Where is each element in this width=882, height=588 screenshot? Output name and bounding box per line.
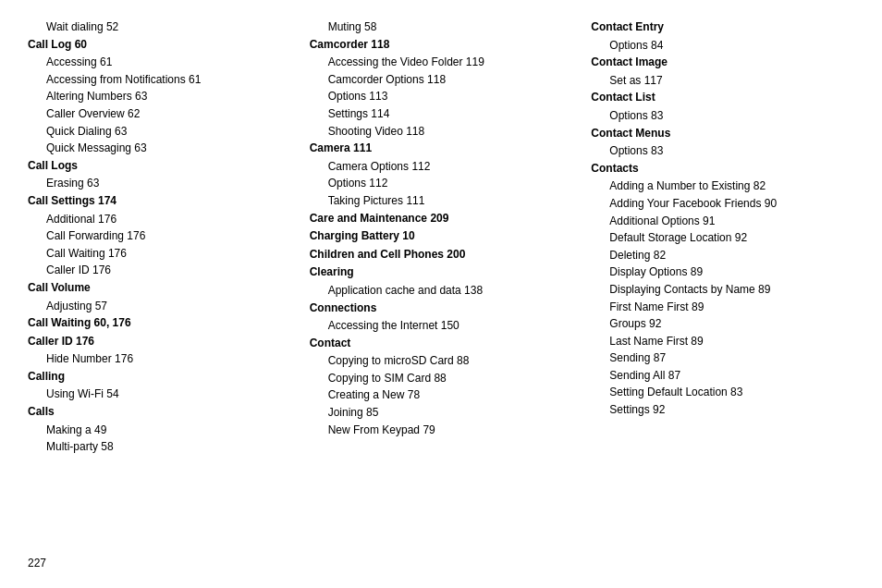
index-entry-text: New From Keypad 79 [328,423,435,436]
list-item: Quick Dialing 63 [28,123,291,141]
index-entry-text: Caller ID 176 [46,263,111,276]
list-item: Options 84 [591,37,854,55]
index-entry-text: Copying to microSD Card 88 [328,354,470,367]
list-item: Quick Messaging 63 [28,140,291,157]
index-entry-text: Connections [310,301,377,314]
index-entry-text: Children and Cell Phones 200 [310,248,466,261]
list-item: Default Storage Location 92 [591,229,854,247]
index-entry-text: Options 84 [609,39,663,52]
list-item: Care and Maintenance 209 [310,210,573,227]
index-entry-text: Wait dialing 52 [46,20,118,33]
list-item: Altering Numbers 63 [28,88,291,105]
index-entry-text: Caller Overview 62 [46,107,140,120]
list-item: Last Name First 89 [591,333,854,350]
list-item: Options 113 [310,88,573,105]
list-item: Setting Default Location 83 [591,384,854,401]
index-entry-text: Last Name First 89 [609,335,703,348]
index-entry-text: Accessing 61 [46,55,112,68]
index-entry-text: Call Logs [28,159,78,172]
list-item: Sending All 87 [591,367,854,385]
list-item: Accessing the Internet 150 [310,317,573,335]
index-entry-text: Taking Pictures 111 [328,194,425,207]
list-item: Joining 85 [310,404,573,422]
index-entry-text: Contact Image [591,55,668,68]
index-entry-text: Contact Entry [591,20,664,33]
index-entry-text: Displaying Contacts by Name 89 [609,283,770,296]
list-item: Children and Cell Phones 200 [310,246,573,263]
index-entry-text: Clearing [310,265,354,278]
index-entry-text: Options 113 [328,90,388,103]
column-2: Muting 58Camcorder 118Accessing the Vide… [310,18,592,456]
index-entry-text: Accessing the Internet 150 [328,319,459,332]
index-entry-text: Call Forwarding 176 [46,229,145,242]
index-entry-text: Additional Options 91 [609,214,715,227]
index-entry-text: Quick Messaging 63 [46,141,147,154]
list-item: Shooting Video 118 [310,123,573,141]
index-entry-text: Shooting Video 118 [328,125,425,138]
list-item: Call Log 60 [28,36,291,54]
list-item: Contact Menus [591,125,854,142]
index-entry-text: Erasing 63 [46,177,99,190]
list-item: Contact [310,335,573,352]
list-item: New From Keypad 79 [310,422,573,439]
index-entry-text: Making a 49 [46,423,106,436]
index-entry-text: Charging Battery 10 [310,229,415,242]
list-item: Charging Battery 10 [310,227,573,245]
list-item: Wait dialing 52 [28,18,291,36]
index-entry-text: Adding a Number to Existing 82 [609,179,766,192]
list-item: Sending 87 [591,349,854,367]
index-entry-text: Settings 92 [609,403,665,416]
index-entry-text: Setting Default Location 83 [609,386,742,398]
list-item: First Name First 89 [591,299,854,316]
list-item: Options 112 [310,175,573,192]
list-item: Deleting 82 [591,247,854,264]
list-item: Contacts [591,160,854,178]
index-entry-text: Copying to SIM Card 88 [328,372,447,385]
index-entry-text: Care and Maintenance 209 [310,212,449,225]
list-item: Camera Options 112 [310,158,573,176]
index-entry-text: Default Storage Location 92 [609,231,747,244]
list-item: Muting 58 [310,18,573,36]
list-item: Displaying Contacts by Name 89 [591,281,854,299]
list-item: Clearing [310,263,573,281]
list-item: Caller Overview 62 [28,105,291,123]
list-item: Display Options 89 [591,263,854,281]
index-entry-text: Call Volume [28,281,91,294]
index-entry-text: Altering Numbers 63 [46,90,147,103]
list-item: Options 83 [591,142,854,160]
index-entry-text: Adjusting 57 [46,300,107,312]
index-entry-text: Contacts [591,162,638,175]
list-item: Accessing from Notifications 61 [28,71,291,89]
index-entry-text: Call Waiting 176 [46,247,127,260]
list-item: Camcorder 118 [310,36,573,54]
list-item: Making a 49 [28,422,291,439]
index-entry-text: Contact Menus [591,127,670,140]
list-item: Groups 92 [591,315,854,333]
page-number-footer: 227 [28,557,46,570]
column-3: Contact EntryOptions 84Contact ImageSet … [591,18,854,456]
index-entry-text: Contact [310,337,351,349]
list-item: Connections [310,300,573,317]
index-entry-text: Using Wi-Fi 54 [46,387,119,400]
index-entry-text: Calls [28,405,55,418]
index-entry-text: Accessing the Video Folder 119 [328,55,484,68]
list-item: Creating a New 78 [310,386,573,404]
list-item: Adjusting 57 [28,298,291,315]
list-item: Calls [28,403,291,421]
index-entry-text: Quick Dialing 63 [46,125,127,138]
index-entry-text: Camera Options 112 [328,160,431,173]
list-item: Contact List [591,89,854,106]
index-entry-text: Multi-party 58 [46,440,114,453]
list-item: Hide Number 176 [28,350,291,368]
index-entry-text: Joining 85 [328,406,379,419]
index-entry-text: Additional 176 [46,213,116,226]
index-entry-text: Settings 114 [328,107,390,120]
list-item: Accessing 61 [28,54,291,71]
index-entry-text: First Name First 89 [609,300,704,313]
index-entry-text: Camera 111 [310,141,372,154]
list-item: Call Waiting 60, 176 [28,314,291,332]
index-entry-text: Application cache and data 138 [328,284,483,297]
list-item: Contact Entry [591,18,854,36]
page-number: 227 [28,557,46,570]
list-item: Adding a Number to Existing 82 [591,178,854,195]
